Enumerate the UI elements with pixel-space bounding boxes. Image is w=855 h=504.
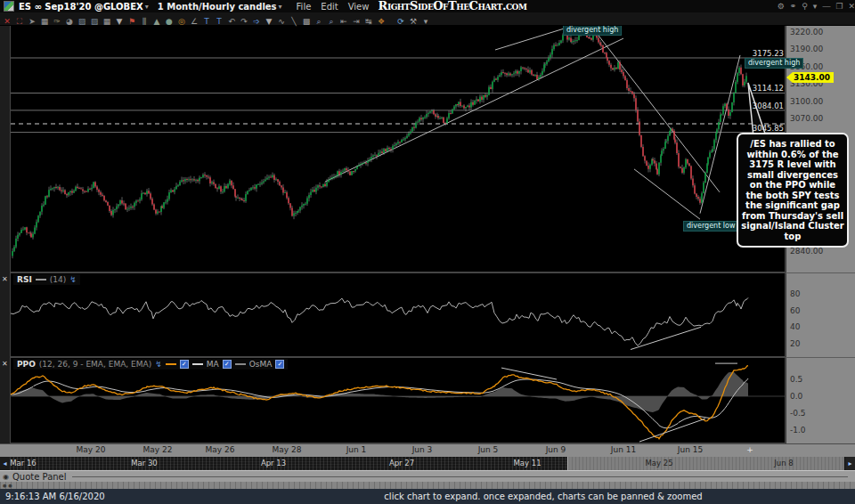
trading-app-window: ES ∞ Sep18'20 @GLOBEX ▾ 1 Month/Hourly c… xyxy=(0,0,855,504)
osma-line-swatch xyxy=(235,363,246,365)
rsi-header: RSI (14) ↯ xyxy=(13,274,80,285)
ppo-line-swatch xyxy=(166,363,176,365)
ppo-checkbox[interactable]: ✓ xyxy=(180,360,189,369)
hatch-tool-icon[interactable]: ▩ xyxy=(300,15,313,28)
quote-panel-toggle-icon[interactable]: ◉ xyxy=(3,473,9,481)
scrollbar-range-dark[interactable] xyxy=(10,457,567,470)
marquee-select-icon[interactable]: ⛶ xyxy=(13,15,26,28)
pointer-tool-icon[interactable]: ➤ xyxy=(26,15,38,28)
text-tool-icon[interactable]: T xyxy=(200,15,213,28)
minimize-icon[interactable]: ― xyxy=(822,2,830,11)
close-icon[interactable]: ✕ xyxy=(848,2,855,11)
target-tool-icon[interactable]: ◎ xyxy=(175,15,188,28)
tools-caret-icon[interactable]: ▾ xyxy=(419,15,432,28)
price-chart-panel[interactable] xyxy=(10,25,786,272)
ma-checkbox[interactable]: ✓ xyxy=(223,360,232,369)
image-tool-icon[interactable]: ▨ xyxy=(76,15,88,28)
link-icon[interactable]: ⚭ xyxy=(790,2,797,11)
scroll-right-button[interactable]: ▸ xyxy=(845,457,855,470)
refresh-icon[interactable]: ⟳ xyxy=(395,15,407,28)
osma-checkbox[interactable]: ✓ xyxy=(275,360,284,369)
ppo-pointer-icon[interactable]: ↯ xyxy=(155,360,162,369)
status-hint: click chart to expand. once expanded, ch… xyxy=(384,492,702,501)
text-tool2-icon[interactable]: T xyxy=(213,15,225,28)
redo-icon[interactable]: ↷ xyxy=(238,15,250,28)
panel-left-strip xyxy=(0,25,10,443)
gutter-divider xyxy=(786,357,855,358)
quote-panel-label: Quote Panel xyxy=(12,472,67,482)
triangle-up-icon[interactable]: ▲ xyxy=(151,15,163,28)
ma-line-swatch xyxy=(192,363,203,365)
settings-gear-icon[interactable]: ⚙ xyxy=(778,2,785,11)
dot-tool-icon[interactable]: ● xyxy=(163,15,175,28)
rsi-close-button[interactable]: ✕ xyxy=(2,275,8,283)
zoom-out-icon[interactable]: ⌕ xyxy=(325,15,338,28)
time-scrollbar[interactable]: ◂ ▸ xyxy=(0,457,855,470)
rsi-pointer-icon[interactable]: ↯ xyxy=(69,275,77,284)
zoom-in-icon[interactable]: ⌕ xyxy=(313,15,325,28)
rsi-params: (14) xyxy=(50,275,66,284)
toolbar-right-group: ⟳⚒▾ xyxy=(395,11,432,28)
quote-panel-grip-icon[interactable]: ●● xyxy=(3,482,14,489)
scroll-left-button[interactable]: ◂ xyxy=(0,457,10,470)
pie-tool-icon[interactable]: ◕ xyxy=(63,15,76,28)
gutter-divider xyxy=(786,272,855,273)
triangle-down-icon[interactable]: ▼ xyxy=(113,15,126,28)
ppo-title: PPO xyxy=(17,360,36,369)
quote-panel-bar[interactable]: ◉ Quote Panel xyxy=(0,470,855,482)
timeframe-caret-icon[interactable]: ▾ xyxy=(279,3,282,11)
ppo-panel[interactable] xyxy=(10,357,786,443)
collapse-left-icon[interactable]: ⇤ xyxy=(338,15,350,28)
date-axis[interactable] xyxy=(0,443,855,457)
expand-h-icon[interactable]: ↹ xyxy=(362,15,375,28)
grid-tool-icon[interactable]: ▦ xyxy=(38,15,51,28)
angle-tool-icon[interactable]: ∠ xyxy=(188,15,200,28)
quote-panel-rule xyxy=(72,476,848,477)
shape-tool-icon[interactable]: ❖ xyxy=(375,15,387,28)
trendline-tool-icon[interactable]: ╲ xyxy=(288,15,300,28)
scrollbar-thumb[interactable] xyxy=(567,457,844,470)
rsi-line-swatch xyxy=(36,279,46,280)
restore-icon[interactable]: ❐ xyxy=(835,2,843,11)
analysis-callout[interactable]: /ES has rallied to within 0.6% of the 31… xyxy=(737,133,849,248)
draw-flag-icon[interactable]: ⚑ xyxy=(126,15,138,28)
triangle-down2-icon[interactable]: ▼ xyxy=(263,15,275,28)
window-controls: ⚙⚭⚲▾―❐✕ xyxy=(778,0,855,12)
pin-icon[interactable]: ⚲ xyxy=(802,2,808,11)
clock-label: 9:16:13 AM 6/16/2020 xyxy=(5,492,105,501)
drawing-toolbar: ✕⛶➤▦✑◕▨▨▦▼⚑⫼▲●◎∠TT↶↷➩▼∿╲▩⌕⌕⇤⇥↹❖ ⟳⚒▾ xyxy=(0,12,855,26)
candle-pattern-icon[interactable]: ⫼ xyxy=(138,15,151,28)
toolbar: ✕⛶➤▦✑◕▨▨▦▼⚑⫼▲●◎∠TT↶↷➩▼∿╲▩⌕⌕⇤⇥↹❖ xyxy=(1,11,387,28)
symbol-caret-icon[interactable]: ▾ xyxy=(145,3,149,11)
arrow-tool-icon[interactable]: ➩ xyxy=(250,15,263,28)
last-price-tag: 3143.00 xyxy=(786,72,834,83)
status-bar: 9:16:13 AM 6/16/2020 click chart to expa… xyxy=(0,489,855,504)
layout-grid-icon[interactable]: ▦ xyxy=(101,15,113,28)
wave-tool-icon[interactable]: ∿ xyxy=(275,15,288,28)
quote-panel-edge[interactable] xyxy=(0,482,855,489)
ppo-params: (12, 26, 9 - EMA, EMA, EMA) xyxy=(39,360,151,369)
undo-icon[interactable]: ↶ xyxy=(225,15,238,28)
pin-caret-icon[interactable]: ▾ xyxy=(813,2,818,11)
delete-tool-icon[interactable]: ✕ xyxy=(1,15,13,28)
ppo-header: PPO (12, 26, 9 - EMA, EMA, EMA) ↯ ✓ MA ✓… xyxy=(13,359,288,370)
ppo-close-button[interactable]: ✕ xyxy=(2,360,8,368)
rsi-panel[interactable] xyxy=(10,272,786,357)
hand-tool-icon[interactable]: ✑ xyxy=(51,15,63,28)
collapse-right-icon[interactable]: ⇥ xyxy=(350,15,362,28)
rsi-title: RSI xyxy=(17,275,32,284)
tools-icon[interactable]: ⚒ xyxy=(407,15,419,28)
osma-label: OsMA xyxy=(249,360,273,369)
image2-tool-icon[interactable]: ▨ xyxy=(88,15,101,28)
ma-label: MA xyxy=(207,360,219,369)
